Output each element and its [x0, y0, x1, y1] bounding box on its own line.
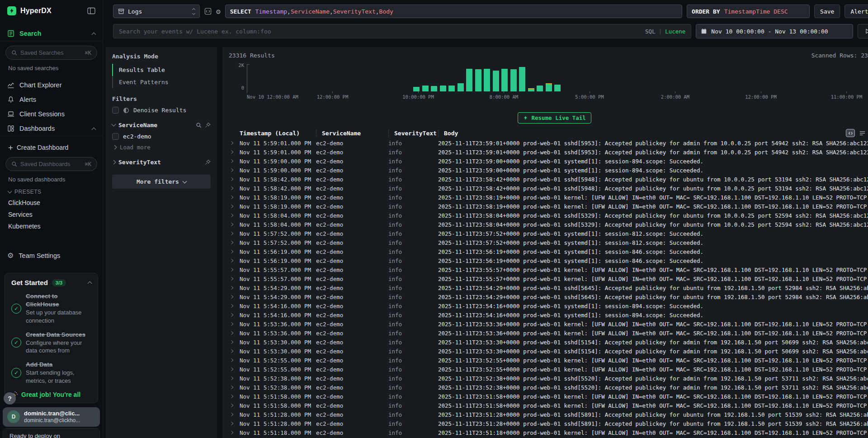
edit-sql-icon[interactable]: [204, 8, 212, 15]
row-expand-icon[interactable]: [230, 422, 233, 425]
select-clause-input[interactable]: SELECT Timestamp,ServiceName,SeverityTex…: [225, 5, 682, 18]
event-search-input[interactable]: [119, 28, 645, 35]
saved-searches-search[interactable]: ⌘K: [5, 46, 97, 60]
row-expand-icon[interactable]: [230, 431, 233, 434]
column-header-servicename[interactable]: ServiceName: [316, 130, 388, 137]
mode-results-table[interactable]: Results Table: [112, 64, 211, 76]
column-header-timestamp[interactable]: Timestamp (Local): [240, 130, 316, 137]
histogram-bar[interactable]: [475, 69, 481, 91]
table-row[interactable]: Nov 11 5:53:36.000 PMec2-demoinfo2025-11…: [229, 328, 868, 338]
denoise-checkbox[interactable]: [112, 107, 119, 114]
more-filters-button[interactable]: More filters: [112, 175, 211, 189]
sidebar-item-dashboards[interactable]: Dashboards: [0, 121, 103, 136]
table-row[interactable]: Nov 11 5:55:57.000 PMec2-demoinfo2025-11…: [229, 265, 868, 274]
facet-severitytext[interactable]: SeverityText: [112, 159, 211, 166]
pin-icon[interactable]: [205, 122, 211, 128]
preset-kubernetes[interactable]: Kubernetes: [5, 220, 97, 232]
histogram-bar[interactable]: [519, 67, 525, 91]
column-header-severitytext[interactable]: SeverityText: [388, 130, 438, 137]
sidebar-collapse-icon[interactable]: [87, 7, 95, 14]
histogram-bar[interactable]: [466, 69, 472, 91]
wrap-lines-icon[interactable]: [859, 130, 866, 137]
chevron-up-icon[interactable]: [92, 127, 96, 132]
row-expand-icon[interactable]: [230, 141, 233, 145]
get-started-step[interactable]: ✓ Add Data Start sending logs, metrics, …: [11, 361, 91, 385]
table-row[interactable]: Nov 11 5:58:04.000 PMec2-demoinfo2025-11…: [229, 220, 868, 229]
table-row[interactable]: Nov 11 5:59:00.000 PMec2-demoinfo2025-11…: [229, 157, 868, 166]
row-expand-icon[interactable]: [230, 150, 233, 154]
row-expand-icon[interactable]: [230, 195, 233, 199]
row-expand-icon[interactable]: [230, 168, 233, 172]
table-row[interactable]: Nov 11 5:54:29.000 PMec2-demoinfo2025-11…: [229, 283, 868, 292]
table-row[interactable]: Nov 11 5:54:29.000 PMec2-demoinfo2025-11…: [229, 292, 868, 301]
user-menu[interactable]: D dominic.tran@clic... dominic.tran@clic…: [3, 407, 100, 427]
row-expand-icon[interactable]: [230, 331, 233, 335]
source-select[interactable]: Logs: [113, 5, 200, 18]
create-dashboard-button[interactable]: Create Dashboard: [5, 141, 97, 154]
sidebar-item-alerts[interactable]: Alerts: [0, 92, 103, 107]
table-row[interactable]: Nov 11 5:54:16.000 PMec2-demoinfo2025-11…: [229, 301, 868, 310]
row-expand-icon[interactable]: [230, 404, 233, 407]
histogram-bar[interactable]: [422, 86, 429, 91]
histogram-bar[interactable]: [501, 69, 508, 91]
row-expand-icon[interactable]: [230, 232, 233, 235]
table-row[interactable]: Nov 11 5:53:36.000 PMec2-demoinfo2025-11…: [229, 319, 868, 328]
denoise-results-toggle[interactable]: Denoise Results: [112, 107, 211, 114]
table-row[interactable]: Nov 11 5:53:30.000 PMec2-demoinfo2025-11…: [229, 338, 868, 347]
histogram-bar[interactable]: [440, 86, 446, 91]
load-more-button[interactable]: Load more: [112, 144, 211, 151]
histogram-bar[interactable]: [537, 86, 543, 91]
order-by-input[interactable]: ORDER BY TimestampTime DESC: [687, 5, 810, 18]
table-row[interactable]: Nov 11 5:57:52.000 PMec2-demoinfo2025-11…: [229, 229, 868, 238]
row-expand-icon[interactable]: [230, 250, 233, 253]
sidebar-item-client-sessions[interactable]: Client Sessions: [0, 107, 103, 121]
table-row[interactable]: Nov 11 5:59:01.000 PMec2-demoinfo2025-11…: [229, 138, 868, 148]
help-button[interactable]: ?: [4, 392, 16, 405]
lang-lucene-toggle[interactable]: Lucene: [665, 28, 685, 35]
histogram-bar[interactable]: [458, 83, 464, 91]
column-header-body[interactable]: Body: [438, 130, 492, 137]
presets-toggle[interactable]: PRESETS: [5, 185, 97, 197]
resume-live-tail-button[interactable]: Resume Live Tail: [518, 112, 591, 124]
row-expand-icon[interactable]: [230, 186, 233, 190]
row-expand-icon[interactable]: [230, 205, 233, 208]
histogram-bar[interactable]: [510, 69, 517, 91]
row-expand-icon[interactable]: [230, 413, 233, 416]
save-button[interactable]: Save: [814, 5, 840, 18]
table-row[interactable]: Nov 11 5:51:58.000 PMec2-demoinfo2025-11…: [229, 392, 868, 401]
table-row[interactable]: Nov 11 5:52:55.000 PMec2-demoinfo2025-11…: [229, 356, 868, 365]
histogram-bar[interactable]: [554, 85, 561, 91]
table-row[interactable]: Nov 11 5:52:38.000 PMec2-demoinfo2025-11…: [229, 374, 868, 383]
table-row[interactable]: Nov 11 5:54:16.000 PMec2-demoinfo2025-11…: [229, 310, 868, 319]
row-expand-icon[interactable]: [230, 376, 233, 380]
table-row[interactable]: Nov 11 5:58:19.000 PMec2-demoinfo2025-11…: [229, 202, 868, 211]
raw-mode-toggle-icon[interactable]: [846, 129, 855, 137]
sidebar-item-chart-explorer[interactable]: Chart Explorer: [0, 78, 103, 92]
row-expand-icon[interactable]: [230, 340, 233, 344]
get-started-step[interactable]: ✓ Connect to ClickHouse Set up your data…: [11, 292, 91, 325]
row-expand-icon[interactable]: [230, 177, 233, 181]
lang-sql-toggle[interactable]: SQL: [645, 28, 656, 35]
table-row[interactable]: Nov 11 5:52:55.000 PMec2-demoinfo2025-11…: [229, 365, 868, 374]
chevron-up-icon[interactable]: [88, 281, 92, 286]
histogram-bar[interactable]: [413, 87, 420, 91]
row-expand-icon[interactable]: [230, 295, 233, 299]
row-expand-icon[interactable]: [230, 214, 233, 217]
table-row[interactable]: Nov 11 5:51:28.000 PMec2-demoinfo2025-11…: [229, 419, 868, 428]
preset-clickhouse[interactable]: ClickHouse: [5, 197, 97, 209]
saved-searches-input[interactable]: [20, 49, 82, 56]
table-row[interactable]: Nov 11 5:52:38.000 PMec2-demoinfo2025-11…: [229, 383, 868, 392]
row-expand-icon[interactable]: [230, 322, 233, 326]
row-expand-icon[interactable]: [230, 358, 233, 362]
table-row[interactable]: Nov 11 5:56:19.000 PMec2-demoinfo2025-11…: [229, 256, 868, 265]
row-expand-icon[interactable]: [230, 286, 233, 290]
row-expand-icon[interactable]: [230, 268, 233, 271]
run-query-button[interactable]: [858, 24, 868, 38]
mode-event-patterns[interactable]: Event Patterns: [112, 76, 211, 88]
alerts-button[interactable]: Alerts: [844, 5, 868, 18]
saved-dashboards-search[interactable]: ⌘K: [5, 157, 97, 171]
table-row[interactable]: Nov 11 5:51:18.000 PMec2-demoinfo2025-11…: [229, 428, 868, 437]
table-row[interactable]: Nov 11 5:58:42.000 PMec2-demoinfo2025-11…: [229, 175, 868, 184]
row-expand-icon[interactable]: [230, 395, 233, 398]
row-expand-icon[interactable]: [230, 277, 233, 281]
